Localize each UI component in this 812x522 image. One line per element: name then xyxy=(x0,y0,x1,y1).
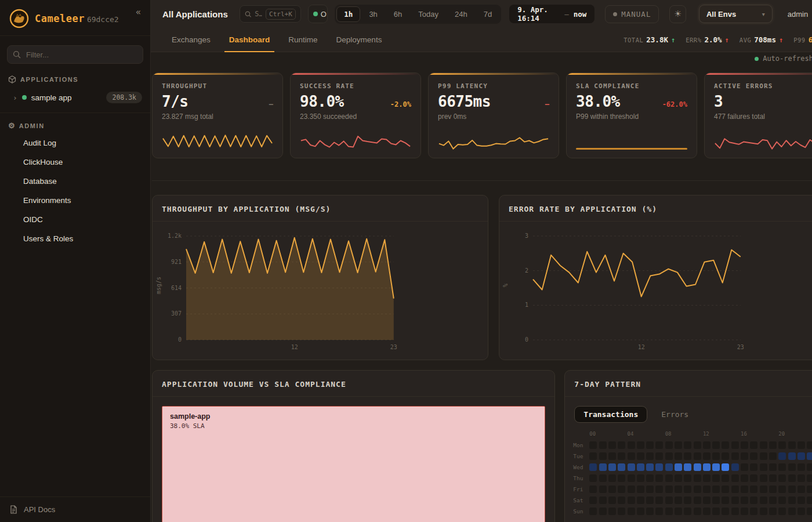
time-range-7d[interactable]: 7d xyxy=(476,6,499,22)
admin-items: Audit LogClickHouseDatabaseEnvironmentsO… xyxy=(0,133,150,248)
heatmap-hour-label: 16 xyxy=(741,431,778,438)
pattern-body: TransactionsErrors 000408121620MonTueWed… xyxy=(565,397,812,522)
time-range-3h[interactable]: 3h xyxy=(361,6,385,22)
heatmap-cell xyxy=(731,485,739,493)
heatmap-cell xyxy=(684,485,691,493)
heatmap-cell xyxy=(628,474,635,482)
tab-runtime[interactable]: Runtime xyxy=(279,28,327,52)
tab-exchanges[interactable]: Exchanges xyxy=(162,28,220,52)
heatmap-cell xyxy=(589,507,597,515)
heatmap-cell xyxy=(712,463,720,471)
global-search[interactable]: S… Ctrl+K xyxy=(240,5,301,23)
heatmap-cell xyxy=(675,496,682,504)
sidebar-item-clickhouse[interactable]: ClickHouse xyxy=(0,153,150,172)
kpi-card-throughput[interactable]: THROUGHPUT7/s–23.827 msg total xyxy=(152,72,283,158)
heatmap-cell xyxy=(741,474,748,482)
error-rate-chart-body: 01231223% xyxy=(499,222,812,360)
heatmap-cell xyxy=(589,441,597,449)
heatmap-cell xyxy=(712,496,720,504)
kpi-card-p99-latency[interactable]: P99 LATENCY6675ms–prev 0ms xyxy=(428,72,559,158)
heatmap-cell xyxy=(646,474,654,482)
treemap-tile-sample-app[interactable]: sample-app 38.0% SLA xyxy=(162,406,545,522)
heatmap-cell xyxy=(684,507,691,515)
user-name: admin xyxy=(788,10,808,19)
filter-input[interactable] xyxy=(7,45,143,64)
heatmap-cell xyxy=(646,441,654,449)
heatmap-cell xyxy=(703,474,710,482)
heatmap-cell xyxy=(618,485,625,493)
pattern-panel-header: 7-DAY PATTERN xyxy=(565,371,812,397)
heatmap-cell xyxy=(684,496,691,504)
kpi-accent-bar xyxy=(153,73,282,75)
env-select[interactable]: All Envs ▾ xyxy=(699,5,773,23)
online-dot xyxy=(313,12,318,16)
sidebar-item-users-roles[interactable]: Users & Roles xyxy=(0,229,150,248)
heatmap-cell xyxy=(722,474,729,482)
heatmap-cell xyxy=(741,485,748,493)
time-range-6h[interactable]: 6h xyxy=(386,6,409,22)
heatmap-cell xyxy=(618,474,625,482)
sidebar-item-oidc[interactable]: OIDC xyxy=(0,210,150,229)
pattern-toggle-transactions[interactable]: Transactions xyxy=(574,406,647,423)
sidebar-item-sample-app[interactable]: › sample app 208.3k xyxy=(0,87,150,108)
error-rate-panel-header: ERROR RATE BY APPLICATION (%) xyxy=(499,195,812,222)
sidebar-collapse-icon[interactable]: « xyxy=(132,6,144,19)
heatmap-cell xyxy=(750,474,757,482)
manual-label: MANUAL xyxy=(621,10,651,19)
tab-deployments[interactable]: Deployments xyxy=(327,28,392,52)
heatmap-cell xyxy=(722,452,729,460)
heatmap-cell xyxy=(778,507,786,515)
svg-text:3: 3 xyxy=(525,233,528,239)
heatmap-row-wed: Wed xyxy=(573,462,812,472)
tab-dashboard[interactable]: Dashboard xyxy=(220,28,280,52)
sidebar-item-api-docs[interactable]: API Docs xyxy=(0,496,150,522)
online-status-button[interactable]: O xyxy=(308,5,328,23)
heatmap-cell xyxy=(798,496,805,504)
env-select-value: All Envs xyxy=(706,10,736,19)
svg-text:1: 1 xyxy=(525,302,528,308)
online-status-text: O xyxy=(321,10,327,19)
kpi-sparkline xyxy=(438,131,549,152)
kpi-card-sla-compliance[interactable]: SLA COMPLIANCE38.0%-62.0%P99 within thre… xyxy=(566,72,697,158)
manual-refresh-button[interactable]: MANUAL xyxy=(605,5,659,23)
kpi-value-row: 3– xyxy=(714,93,812,110)
heatmap-cell xyxy=(608,474,616,482)
svg-text:12: 12 xyxy=(638,344,645,350)
time-range-group: 1h3h6hToday24h7d xyxy=(335,5,501,24)
heatmap-cell xyxy=(655,474,663,482)
throughput-area-chart: 03076149211.2k1223msg/s xyxy=(153,222,488,360)
svg-text:23: 23 xyxy=(390,344,397,350)
sidebar-item-audit-log[interactable]: Audit Log xyxy=(0,133,150,153)
sidebar-item-database[interactable]: Database xyxy=(0,172,150,191)
theme-toggle-button[interactable]: ☀ xyxy=(669,5,686,23)
kpi-row: THROUGHPUT7/s–23.827 msg totalSUCCESS RA… xyxy=(152,72,812,158)
sidebar-item-environments[interactable]: Environments xyxy=(0,191,150,210)
kpi-card-success-rate[interactable]: SUCCESS RATE98.0%-2.0%23.350 succeeded xyxy=(290,72,421,158)
trend-arrow-icon: ↑ xyxy=(779,36,783,44)
heatmap-cell xyxy=(599,452,607,460)
search-icon xyxy=(245,10,251,18)
pattern-toggle-errors[interactable]: Errors xyxy=(652,406,698,423)
heatmap-cell xyxy=(646,507,654,515)
date-range-pill[interactable]: 9. Apr. 16:14 — now xyxy=(509,5,594,23)
pattern-panel-title: 7-DAY PATTERN xyxy=(574,380,641,389)
heatmap-day-label: Wed xyxy=(573,464,589,470)
heatmap-cell xyxy=(608,496,616,504)
heatmap-cell xyxy=(618,507,625,515)
heatmap-cell xyxy=(646,452,654,460)
time-range-1h[interactable]: 1h xyxy=(336,6,360,22)
heatmap-cell xyxy=(788,485,796,493)
svg-text:12: 12 xyxy=(291,344,298,350)
kpi-card-active-errors[interactable]: ACTIVE ERRORS3–477 failures total xyxy=(704,72,812,158)
heatmap-day-label: Fri xyxy=(573,486,589,492)
heatmap-cell xyxy=(684,452,691,460)
heatmap-cell xyxy=(628,452,635,460)
heatmap-cell xyxy=(798,485,805,493)
heatmap-cell xyxy=(675,452,682,460)
heatmap-cell xyxy=(807,474,812,482)
heatmap-row-thu: Thu xyxy=(573,473,812,483)
time-range-today[interactable]: Today xyxy=(411,6,446,22)
heatmap-cell xyxy=(712,452,720,460)
expand-chevron-icon[interactable]: › xyxy=(13,93,17,102)
time-range-24h[interactable]: 24h xyxy=(447,6,475,22)
